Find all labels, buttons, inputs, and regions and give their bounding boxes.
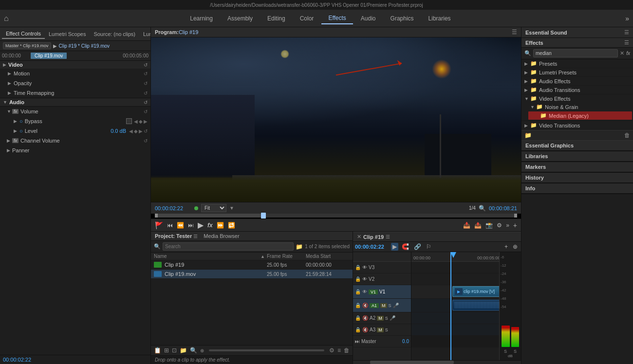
footer-icon-list[interactable]: 📋 [154,347,161,354]
file-name-clip19[interactable]: Clip #19 [165,262,267,268]
dropdown-chevron[interactable]: ▼ [229,205,234,211]
track-row-a2[interactable] [411,312,499,324]
fx-group-lumetri-presets[interactable]: ▶ 📁 Lumetri Presets [521,68,633,77]
meter-s-label-2[interactable]: S [514,349,517,354]
cv-reset[interactable]: ↺ [144,138,148,144]
tab-lumetri-scopes[interactable]: Lumetri Scopes [45,30,90,38]
sub-panel-info-header[interactable]: Info [521,183,633,194]
footer-zoom-slider[interactable] [209,349,324,351]
motion-label[interactable]: Motion [14,71,144,76]
effects-fx-icon[interactable]: fx [626,51,630,56]
a1-m-btn[interactable]: M [380,303,387,308]
fx-group-audio-effects[interactable]: ▶ 📁 Audio Effects [521,77,633,86]
v2-label[interactable]: V2 [369,276,374,282]
new-custom-bin-icon[interactable]: 📁 [524,132,532,139]
panner-label[interactable]: Panner [12,147,148,153]
bypass-next-icon[interactable]: ▶ [144,119,148,124]
volume-expand[interactable]: ▼ [7,109,11,114]
audio-section-header[interactable]: ▼ Audio ↺ [0,98,150,107]
timeline-menu-icon[interactable]: ☰ [386,234,390,239]
ec-clip-bar[interactable]: Clip #19.mov [31,53,67,59]
tl-zoom-out[interactable]: ⊕ [511,243,519,251]
more-controls[interactable]: » [506,222,509,229]
a2-mute-icon[interactable]: 🔇 [362,315,368,321]
nav-tab-audio[interactable]: Audio [354,13,383,24]
footer-icon-bins[interactable]: 📁 [180,347,187,354]
bypass-expand[interactable]: ▶ [14,119,18,124]
insert-button[interactable]: 📥 [463,222,470,229]
cv-expand[interactable]: ▶ [7,138,11,143]
bypass-keyframe-icon[interactable]: ◆ [139,119,143,124]
level-reset[interactable]: ↺ [144,128,148,134]
fx-item-median[interactable]: 📁 Median (Legacy) [528,111,632,120]
fx-button[interactable]: fx [207,222,213,229]
scrub-bar-container[interactable] [155,214,517,218]
tl-tool-link[interactable]: 🔗 [412,243,423,251]
h-scrollbar[interactable] [353,360,521,364]
go-to-in-button[interactable]: ⏭ [188,222,194,229]
a2-label[interactable]: A2 [370,315,375,321]
v1-track-btn[interactable]: V1 [369,290,378,294]
project-menu-icon[interactable]: ☰ [193,234,198,239]
a2-s-btn[interactable]: S [385,316,388,321]
v1-label[interactable]: V1 [379,289,385,294]
footer-icon-find[interactable]: ≡ [337,347,341,354]
bypass-prev-icon[interactable]: ◀ [134,119,138,124]
level-next-icon[interactable]: ▶ [139,128,143,134]
track-content-area[interactable]: 00:00:00 00:00:05:00 00:00:10:00 00:00:1… [411,252,499,360]
effects-search-input[interactable] [533,49,618,57]
footer-icon-search2[interactable]: 🔍 [190,347,197,354]
timeline-time-display[interactable]: 00:00:02:22 [355,244,389,250]
file-row-clip19[interactable]: Clip #19 25.00 fps 00:00:00:00 [151,260,353,270]
v1-clip-block[interactable]: ▶ clip #19.mov [V] [452,286,499,297]
footer-icon-freeform[interactable]: ⊡ [172,347,177,354]
v3-lock-icon[interactable]: 🔒 [355,265,361,270]
fx-group-video-transitions[interactable]: ▶ 📁 Video Transitions [521,121,633,130]
bypass-label[interactable]: Bypass [25,118,126,124]
media-browser-tab[interactable]: Media Browser [204,233,239,239]
level-value[interactable]: 0.0 dB [111,128,126,134]
level-expand[interactable]: ▶ [14,128,18,133]
mark-in-button[interactable]: 🚩 [155,221,163,229]
motion-expand[interactable]: ▶ [8,71,12,76]
master-go-icon[interactable]: ⏭ [355,339,360,344]
new-bin-icon[interactable]: 📁 [296,243,303,250]
level-label[interactable]: Level [25,128,111,134]
a1-mic-icon[interactable]: 🎤 [393,303,399,308]
col-start-header[interactable]: Media Start [306,254,350,259]
v2-eye-icon[interactable]: 👁 [362,276,367,282]
play-icon[interactable]: ▶ [53,43,57,49]
frame-back-button[interactable]: ⏪ [177,222,184,229]
sub-panel-history-header[interactable]: History [521,173,633,183]
track-row-a3[interactable] [411,324,499,336]
h-scrollbar-thumb[interactable] [370,361,454,364]
col-fps-header[interactable]: Frame Rate [267,254,306,259]
volume-reset[interactable]: ↺ [144,109,148,114]
project-search-input[interactable] [163,242,294,251]
close-timeline-icon[interactable]: ✕ [357,234,361,240]
a1-track-btn[interactable]: A1 [370,303,379,308]
sub-panel-libraries-header[interactable]: Libraries [521,151,633,162]
noisegrain-header[interactable]: ▼ 📁 Noise & Grain [527,103,633,111]
timeremapping-label[interactable]: Time Remapping [14,90,144,96]
fit-select[interactable]: Fit 25% 50% 100% [201,204,226,212]
export-frame-button[interactable]: 📸 [485,222,493,229]
footer-icon-delete[interactable]: 🗑 [344,347,350,354]
motion-reset[interactable]: ↺ [144,71,148,76]
loop-button[interactable]: 🔁 [228,222,235,229]
a1-s-btn[interactable]: S [389,303,391,308]
tl-zoom-in[interactable]: + [503,243,509,251]
v1-lock-icon[interactable]: 🔒 [355,289,361,294]
a1-mute-icon[interactable]: 🔇 [362,303,368,308]
timeline-ruler[interactable]: 00:00:00 00:00:05:00 00:00:10:00 00:00:1… [411,252,499,262]
tab-lumetri-color[interactable]: Lumetri Color [139,30,150,38]
step-forward-button[interactable]: ⏩ [217,222,224,229]
nav-tab-editing[interactable]: Editing [261,13,292,24]
a2-mic-icon[interactable]: 🎤 [390,315,395,321]
video-section-header[interactable]: ▶ Video ↺ [0,61,150,69]
video-reset-icon[interactable]: ↺ [144,62,148,68]
fx-group-audio-transitions[interactable]: ▶ 📁 Audio Transitions [521,86,633,94]
cv-label[interactable]: Channel Volume [20,138,144,144]
tab-effect-controls[interactable]: Effect Controls [2,29,45,39]
a1-clip-block[interactable] [452,300,499,310]
